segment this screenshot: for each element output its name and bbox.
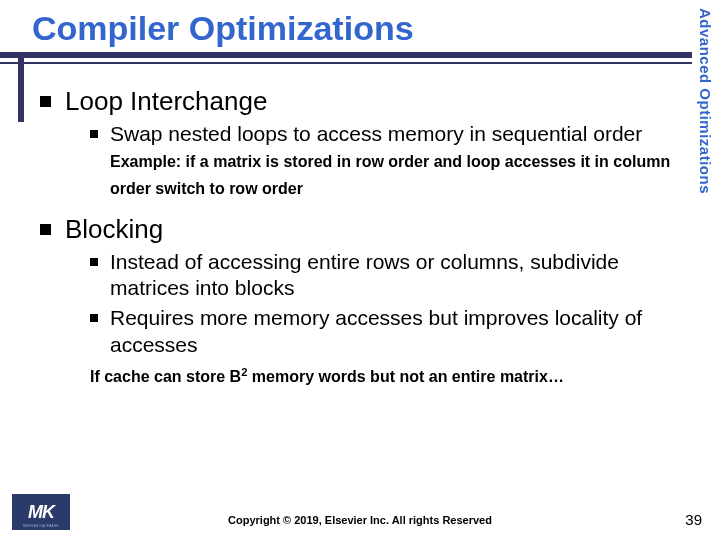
item-text: Instead of accessing entire rows or colu… — [110, 249, 680, 302]
slide: Compiler Optimizations Advanced Optimiza… — [0, 0, 720, 540]
bullet-icon — [90, 130, 98, 138]
list-item: Requires more memory accesses but improv… — [90, 305, 680, 358]
bullet-icon — [40, 224, 51, 235]
slide-title: Compiler Optimizations — [32, 10, 692, 47]
section-heading-loop-interchange: Loop Interchange — [40, 86, 680, 117]
left-accent-bar — [18, 52, 24, 122]
section-label: Advanced Optimizations — [694, 8, 714, 258]
item-main: Swap nested loops to access memory in se… — [110, 122, 642, 145]
section-heading-blocking: Blocking — [40, 214, 680, 245]
rule-thick — [0, 52, 692, 58]
heading-text: Blocking — [65, 214, 163, 245]
list-item: Instead of accessing entire rows or colu… — [90, 249, 680, 302]
item-text: Requires more memory accesses but improv… — [110, 305, 680, 358]
bullet-icon — [90, 258, 98, 266]
list-item: Swap nested loops to access memory in se… — [90, 121, 680, 200]
item-text: Swap nested loops to access memory in se… — [110, 121, 680, 200]
content-area: Loop Interchange Swap nested loops to ac… — [40, 80, 680, 386]
heading-text: Loop Interchange — [65, 86, 267, 117]
page-number: 39 — [685, 511, 702, 528]
item-example: Example: if a matrix is stored in row or… — [110, 153, 670, 196]
rule-thin — [0, 62, 692, 64]
note-suffix: memory words but not an entire matrix… — [247, 368, 564, 385]
note-prefix: If cache can store B — [90, 368, 241, 385]
bullet-icon — [90, 314, 98, 322]
note-text: If cache can store B2 memory words but n… — [90, 368, 680, 386]
copyright-text: Copyright © 2019, Elsevier Inc. All righ… — [0, 514, 720, 526]
title-bar: Compiler Optimizations — [0, 10, 692, 47]
bullet-icon — [40, 96, 51, 107]
